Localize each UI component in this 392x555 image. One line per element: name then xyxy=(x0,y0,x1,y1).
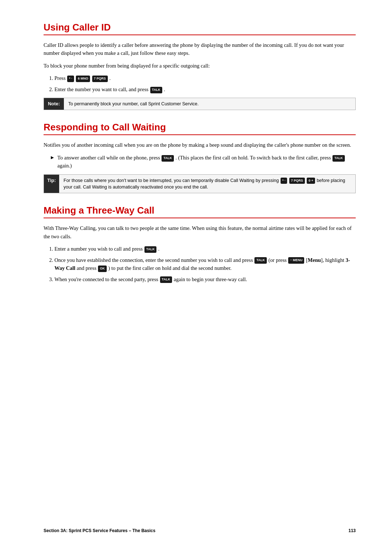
caller-id-steps: Press * · 6 MNO 7 PQRS . Enter the numbe… xyxy=(54,74,356,93)
call-waiting-section: Responding to Call Waiting Notifies you … xyxy=(44,122,356,193)
three-way-step-1: Enter a number you wish to call and pres… xyxy=(54,245,356,253)
three-way-section: Making a Three-Way Call With Three-Way C… xyxy=(44,205,356,283)
call-waiting-title: Responding to Call Waiting xyxy=(44,122,356,135)
tw-step2-text-after: ) to put the first caller on hold and di… xyxy=(108,265,231,271)
footer-page-number: 113 xyxy=(348,528,356,533)
tw-step1-text-after: . xyxy=(158,246,160,252)
key-ok: OK xyxy=(98,266,107,272)
key-talk-3: TALK xyxy=(332,155,344,162)
tw-step3-text-after: again to begin your three-way call. xyxy=(174,276,247,282)
call-waiting-intro: Notifies you of another incoming call wh… xyxy=(44,141,356,149)
page-footer: Section 3A: Sprint PCS Service Features … xyxy=(44,528,356,533)
caller-id-note: Note: To permanently block your number, … xyxy=(44,98,356,110)
step1-text-before: Press xyxy=(54,75,67,81)
caller-id-title: Using Caller ID xyxy=(44,22,356,35)
key-star-tip: * · xyxy=(281,178,287,184)
caller-id-step-1: Press * · 6 MNO 7 PQRS . xyxy=(54,74,356,82)
key-0-tip: 0 + xyxy=(307,178,315,184)
three-way-step-2: Once you have established the connection… xyxy=(54,256,356,272)
three-way-title: Making a Three-Way Call xyxy=(44,205,356,218)
three-way-step-3: When you're connected to the second part… xyxy=(54,275,356,283)
key-talk-4: TALK xyxy=(144,246,156,253)
footer-section-text: Section 3A: Sprint PCS Service Features … xyxy=(44,528,155,533)
bullet1-text-before: To answer another call while on the phon… xyxy=(57,155,161,161)
tip-text-before: For those calls where you don't want to … xyxy=(64,178,280,183)
note-label: Note: xyxy=(44,98,64,110)
tw-step2-text-middle: (or press xyxy=(268,257,288,263)
tw-step2-text-before: Once you have established the connection… xyxy=(54,257,254,263)
key-talk-1: TALK xyxy=(150,87,162,93)
caller-id-section: Using Caller ID Caller ID allows people … xyxy=(44,22,356,110)
key-star: * · xyxy=(67,76,74,82)
note-content: To permanently block your number, call S… xyxy=(64,98,203,110)
call-waiting-bullet-1: To answer another call while on the phon… xyxy=(51,154,356,170)
key-menu: ·· MENU xyxy=(288,257,304,264)
step2-text-after: . xyxy=(164,86,166,92)
key-6: 6 MNO xyxy=(76,76,90,82)
step1-text-after: . xyxy=(109,75,111,81)
key-talk-6: TALK xyxy=(160,276,172,283)
bullet1-text-after: . (This places the first call on hold. T… xyxy=(175,155,332,161)
step2-text-before: Enter the number you want to call, and p… xyxy=(54,86,150,92)
key-talk-2: TALK xyxy=(162,155,173,162)
call-waiting-tip: Tip: For those calls where you don't wan… xyxy=(44,174,356,193)
key-7-tip: 7 PQRS xyxy=(289,178,305,184)
three-way-intro: With Three-Way Calling, you can talk to … xyxy=(44,224,356,240)
tw-step1-text-before: Enter a number you wish to call and pres… xyxy=(54,246,144,252)
tw-step3-text-before: When you're connected to the second part… xyxy=(54,276,160,282)
tip-label: Tip: xyxy=(44,175,59,193)
key-7: 7 PQRS xyxy=(92,76,108,82)
tip-content: For those calls where you don't want to … xyxy=(59,175,355,193)
key-talk-5: TALK xyxy=(254,257,266,264)
caller-id-intro: Caller ID allows people to identify a ca… xyxy=(44,41,356,57)
call-waiting-bullets: To answer another call while on the phon… xyxy=(51,154,356,170)
bullet1-text-after2: again.) xyxy=(57,163,72,169)
caller-id-block-intro: To block your phone number from being di… xyxy=(44,62,356,70)
three-way-steps: Enter a number you wish to call and pres… xyxy=(54,245,356,283)
caller-id-step-2: Enter the number you want to call, and p… xyxy=(54,85,356,93)
